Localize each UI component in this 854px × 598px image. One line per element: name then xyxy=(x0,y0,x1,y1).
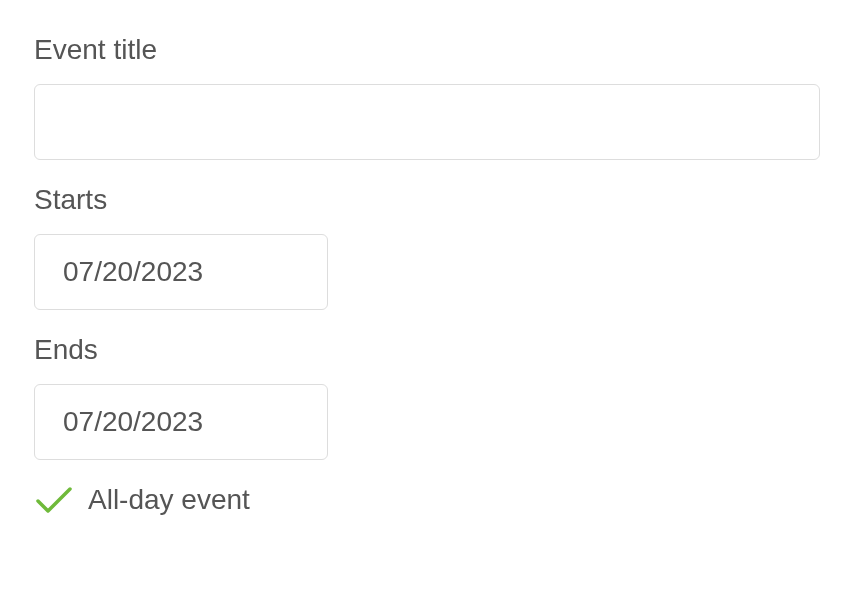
starts-date-value: 07/20/2023 xyxy=(63,256,203,288)
starts-label: Starts xyxy=(34,184,820,216)
all-day-label: All-day event xyxy=(88,484,250,516)
ends-date-input[interactable]: 07/20/2023 xyxy=(34,384,328,460)
ends-label: Ends xyxy=(34,334,820,366)
ends-group: Ends 07/20/2023 xyxy=(34,334,820,460)
starts-group: Starts 07/20/2023 xyxy=(34,184,820,310)
all-day-checkbox[interactable]: All-day event xyxy=(34,484,820,516)
event-title-input[interactable] xyxy=(34,84,820,160)
event-title-label: Event title xyxy=(34,34,820,66)
starts-date-input[interactable]: 07/20/2023 xyxy=(34,234,328,310)
event-title-group: Event title xyxy=(34,34,820,160)
ends-date-value: 07/20/2023 xyxy=(63,406,203,438)
check-icon xyxy=(34,484,74,516)
